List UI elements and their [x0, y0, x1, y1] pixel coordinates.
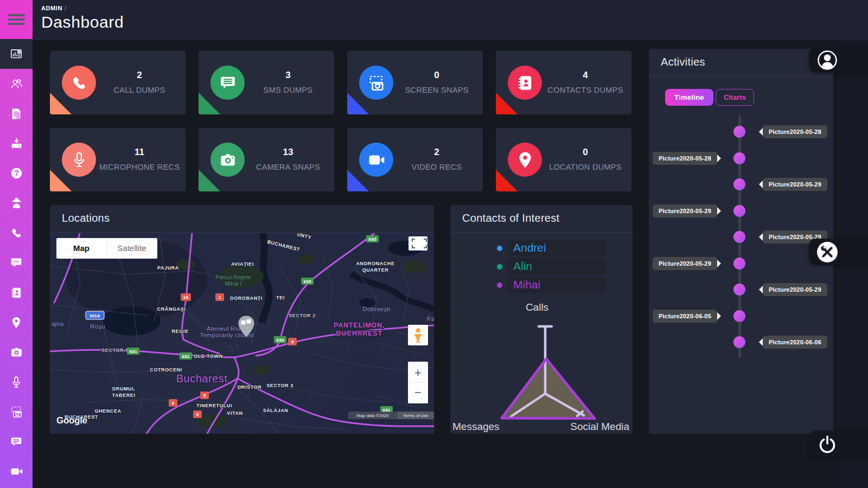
sidebar-item-chats[interactable]: [0, 248, 33, 278]
sidebar-item-video[interactable]: [0, 457, 33, 486]
map-label: SĂLĂJAN: [263, 408, 289, 413]
timeline-item: Picture2020-05-28: [649, 151, 833, 165]
legend-item-alin[interactable]: Alin: [450, 258, 633, 275]
card-value: 2: [434, 147, 439, 158]
card-camera-snaps[interactable]: 13 CAMERA SNAPS: [199, 128, 334, 191]
timeline-dot[interactable]: [733, 231, 745, 243]
card-video-recs[interactable]: 2 VIDEO RECS: [347, 128, 483, 191]
timeline-dot[interactable]: [733, 152, 745, 164]
map-label: AVIAȚIEI: [231, 261, 254, 267]
radar-axis-messages: Messages: [452, 421, 500, 433]
contacts-title: Contacts of Interest: [462, 212, 559, 224]
map-label: REGIE: [171, 329, 188, 334]
sidebar-item-camera[interactable]: [0, 337, 33, 367]
legend-dot: [497, 282, 502, 288]
sidebar-item-reports[interactable]: [0, 99, 33, 129]
timeline-label[interactable]: Picture2020-06-06: [763, 336, 827, 349]
card-label: VIDEO RECS: [412, 162, 462, 172]
users-icon: [9, 76, 24, 91]
legend-item-andrei[interactable]: Andrei: [450, 240, 633, 257]
timeline-dot[interactable]: [733, 310, 745, 322]
card-value: 13: [283, 147, 293, 158]
fullscreen-button[interactable]: [409, 236, 427, 251]
map-label: SECTOR 3: [266, 383, 293, 388]
satellite-button[interactable]: Satellite: [117, 243, 146, 253]
timeline-label[interactable]: Picture2020-06-05: [653, 310, 717, 323]
zoom-control[interactable]: + −: [408, 362, 428, 403]
svg-text:?: ?: [14, 169, 19, 177]
card-microphone-recs[interactable]: 11 MICROPHONE RECS: [50, 128, 186, 191]
timeline-dot[interactable]: [733, 126, 745, 138]
camera-icon: [218, 150, 238, 170]
timeline-item: Picture2020-05-29: [649, 177, 833, 191]
map-button[interactable]: Map: [73, 243, 90, 253]
card-contacts-dumps[interactable]: 4 CONTACTS DUMPS: [496, 51, 631, 114]
svg-text:E85: E85: [368, 237, 376, 242]
card-label: MICROPHONE RECS: [99, 162, 180, 172]
breadcrumb-admin[interactable]: ADMIN: [41, 5, 62, 11]
sidebar-item-calls[interactable]: [0, 218, 33, 248]
map[interactable]: PAJURA AVIAȚIEI BUCHAREST UNTY ANDRONACH…: [50, 233, 434, 434]
sidebar-item-help[interactable]: ?: [0, 158, 33, 188]
activities-tabs: Timeline Charts: [665, 89, 754, 106]
power-button[interactable]: [809, 431, 868, 458]
card-location-dumps[interactable]: 0 LOCATION DUMPS: [496, 128, 631, 191]
menu-button[interactable]: [0, 0, 33, 39]
sidebar-item-microphone[interactable]: [0, 367, 33, 397]
svg-text:E85: E85: [276, 338, 284, 343]
timeline-label[interactable]: Picture2020-05-29: [763, 178, 827, 191]
sidebar-item-contacts[interactable]: [0, 278, 33, 307]
tab-charts[interactable]: Charts: [716, 89, 754, 106]
zoom-in-button[interactable]: +: [414, 366, 422, 380]
terms-link[interactable]: Terms of Use: [403, 413, 429, 418]
sidebar-item-dashboard[interactable]: [0, 39, 33, 69]
card-label: SCREEN SNAPS: [405, 85, 468, 95]
timeline-dot[interactable]: [733, 178, 745, 190]
timeline-label[interactable]: Picture2020-05-28: [653, 152, 717, 165]
stat-cards: 2 CALL DUMPS 3 SMS DUMPS 0 SCREEN SNAPS: [50, 51, 633, 191]
contact-book-icon: [515, 73, 535, 93]
timeline-dot[interactable]: [733, 258, 745, 269]
timeline-label[interactable]: Picture2020-05-29: [653, 204, 717, 217]
map-attribution: Map data ©2020 Terms of Use: [348, 412, 434, 419]
map-label: DRUMUL: [112, 386, 136, 391]
map-type-control[interactable]: Map Satellite: [56, 238, 157, 259]
tools-button[interactable]: [809, 239, 868, 265]
map-label: SECTOR 2: [289, 313, 316, 318]
timeline: Picture2020-05-28 Picture2020-05-28 Pict…: [649, 114, 833, 428]
google-logo: Google: [56, 415, 87, 426]
zoom-out-button[interactable]: −: [414, 386, 422, 399]
card-value: 4: [583, 70, 588, 81]
sidebar: ?: [0, 0, 33, 488]
screen-snaps-circle: [359, 66, 393, 100]
breadcrumb[interactable]: ADMIN/: [41, 5, 67, 11]
timeline-dot[interactable]: [733, 336, 745, 348]
sidebar-item-agents[interactable]: [0, 188, 33, 218]
legend-label: Mihai: [507, 277, 607, 293]
svg-text:1: 1: [219, 295, 221, 300]
sidebar-item-screen-snaps[interactable]: [0, 397, 33, 427]
timeline-dot[interactable]: [733, 284, 745, 296]
pegman-button[interactable]: [408, 325, 428, 345]
video-recs-circle: [359, 143, 393, 177]
timeline-label[interactable]: Picture2020-05-28: [763, 125, 827, 138]
microphone-icon: [70, 151, 88, 169]
sidebar-item-locations[interactable]: [0, 307, 33, 337]
card-call-dumps[interactable]: 2 CALL DUMPS: [50, 51, 186, 114]
sidebar-item-downloads[interactable]: [0, 129, 33, 158]
video-camera-icon: [9, 464, 24, 479]
timeline-label[interactable]: Picture2020-05-29: [653, 257, 717, 270]
legend-item-mihai[interactable]: Mihai: [450, 277, 633, 294]
card-value: 2: [137, 70, 142, 81]
card-screen-snaps[interactable]: 0 SCREEN SNAPS: [347, 51, 483, 114]
profile-button[interactable]: [809, 47, 868, 73]
location-pin-icon: [9, 316, 23, 330]
sidebar-item-users[interactable]: [0, 69, 33, 99]
wrench-screwdriver-icon: [816, 241, 839, 264]
timeline-dot[interactable]: [733, 205, 745, 217]
card-sms-dumps[interactable]: 3 SMS DUMPS: [199, 51, 334, 114]
svg-text:1A: 1A: [183, 295, 188, 300]
sidebar-item-sms[interactable]: [0, 427, 33, 457]
timeline-label[interactable]: Picture2020-05-29: [763, 283, 827, 296]
tab-timeline[interactable]: Timeline: [665, 89, 713, 106]
